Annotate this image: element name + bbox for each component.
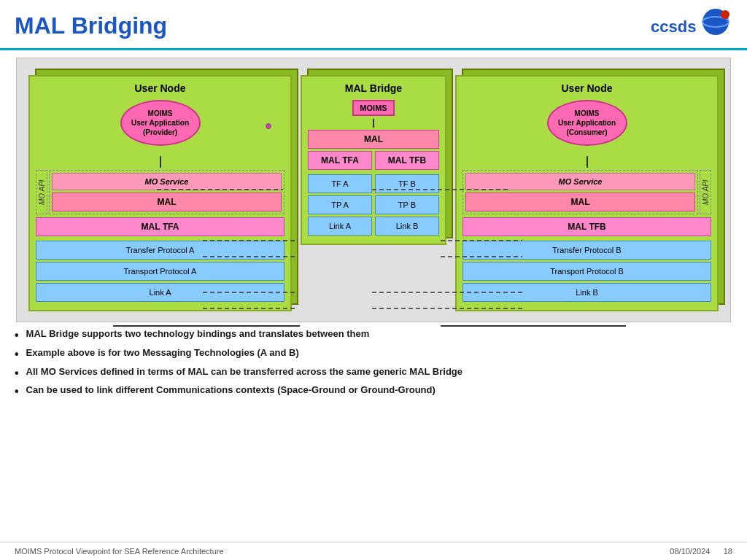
svg-text:ccsds: ccsds [651, 18, 696, 36]
right-node-title: User Node [462, 82, 711, 94]
bullets-section: • MAL Bridge supports two technology bin… [0, 322, 747, 406]
footer-page: 18 [724, 547, 732, 556]
bridge-tfa-tfb-row: MAL TFA MAL TFB [308, 151, 439, 170]
right-mal-block: MAL [465, 192, 695, 211]
right-mo-api-label: MO API [700, 170, 711, 214]
left-mo-api-label: MO API [36, 170, 47, 214]
diagram-wrapper: User Node MOIMSUser Application(Provider… [16, 58, 731, 322]
bridge-moims-label: MOIMS [352, 100, 394, 116]
right-moims-oval: MOIMSUser Application(Consumer) [547, 100, 627, 146]
bridge-tpb-block: TP B [375, 195, 439, 214]
footer: MOIMS Protocol Viewpoint for SEA Referen… [0, 542, 747, 560]
bridge-mal-tfb: MAL TFB [375, 151, 439, 170]
bridge-tpa-block: TP A [308, 195, 372, 214]
bullet-dot-1: • [15, 328, 19, 343]
right-mal-tf-block: MAL TFB [462, 217, 711, 236]
bridge-title: MAL Bridge [308, 82, 439, 94]
bridge-box: MAL Bridge MOIMS MAL [301, 75, 446, 245]
header: MAL Bridging ccsds [0, 0, 747, 50]
right-node-box: User Node MOIMSUser Application(Consumer… [455, 75, 719, 311]
bridge-mal-tfa: MAL TFA [308, 151, 372, 170]
right-node: User Node MOIMSUser Application(Consumer… [455, 75, 719, 311]
bullet-1: • MAL Bridge supports two technology bin… [15, 328, 732, 343]
left-transport-protocol-block: Transport Protocol A [36, 262, 285, 281]
bridge-node: MAL Bridge MOIMS MAL [301, 75, 446, 245]
ccsds-logo: ccsds [645, 7, 732, 44]
right-moims-label: MOIMSUser Application(Consumer) [558, 109, 616, 137]
svg-point-2 [721, 10, 729, 19]
left-node-box: User Node MOIMSUser Application(Provider… [28, 75, 292, 311]
left-node-title: User Node [36, 82, 285, 94]
left-moims-label: MOIMSUser Application(Provider) [131, 109, 189, 137]
bridge-mal-block: MAL [308, 130, 439, 149]
bridge-tf-row: TF A TF B [308, 174, 439, 193]
right-transfer-protocol-block: Transfer Protocol B [462, 241, 711, 260]
left-node: User Node MOIMSUser Application(Provider… [28, 75, 292, 311]
bridge-link-b: Link B [375, 217, 439, 236]
right-transport-protocol-block: Transport Protocol B [462, 262, 711, 281]
logo: ccsds [645, 7, 732, 44]
footer-right: 08/10/2024 18 [670, 547, 732, 556]
footer-left: MOIMS Protocol Viewpoint for SEA Referen… [15, 547, 224, 556]
bullet-4: • Can be used to link different Communic… [15, 384, 732, 400]
bullet-dot-4: • [15, 384, 19, 400]
right-mo-service-block: MO Service [465, 173, 695, 190]
bridge-tp-row: TP A TP B [308, 195, 439, 214]
left-mal-block: MAL [52, 192, 282, 211]
left-moims-oval: MOIMSUser Application(Provider) [120, 100, 201, 146]
bridge-tfb-block: TF B [375, 174, 439, 193]
right-mo-api-section: MO Service MAL MO API [462, 170, 711, 214]
bullet-dot-3: • [15, 366, 19, 381]
footer-date: 08/10/2024 [670, 547, 710, 556]
bridge-link-a: Link A [308, 217, 372, 236]
left-link-block: Link A [36, 283, 285, 302]
bridge-tfa-block: TF A [308, 174, 372, 193]
bullet-dot-2: • [15, 347, 19, 362]
diagram-area: User Node MOIMSUser Application(Provider… [0, 50, 747, 330]
left-mo-service-block: MO Service [52, 173, 282, 190]
bridge-link-row: Link A Link B [308, 217, 439, 236]
bridge-moims-row: MOIMS [308, 100, 439, 116]
bullet-3: • All MO Services defined in terms of MA… [15, 366, 732, 381]
page-title: MAL Bridging [15, 12, 167, 39]
left-mo-api-section: MO API MO Service MAL [36, 170, 285, 214]
right-link-block: Link B [462, 283, 711, 302]
left-transfer-protocol-block: Transfer Protocol A [36, 241, 285, 260]
left-mal-tf-block: MAL TFA [36, 217, 285, 236]
bullet-2: • Example above is for two Messaging Tec… [15, 347, 732, 362]
